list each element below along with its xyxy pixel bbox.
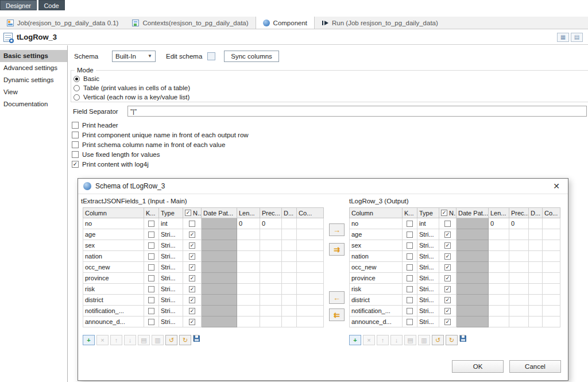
- output-remove-column-button[interactable]: ×: [363, 335, 375, 345]
- tab-job[interactable]: Job(resjson_to_pg_daily_data 0.1): [0, 17, 125, 29]
- checkbox-icon[interactable]: [444, 286, 451, 292]
- nullable-header[interactable]: N...: [439, 208, 457, 218]
- checkbox-icon[interactable]: [148, 253, 154, 260]
- checkbox-icon[interactable]: [407, 308, 413, 314]
- edit-schema-button[interactable]: [207, 52, 215, 60]
- sidebar-item-basic-settings[interactable]: Basic settings: [0, 50, 67, 62]
- checkbox-icon[interactable]: [189, 275, 195, 281]
- output-copy-button[interactable]: ▤: [404, 335, 416, 345]
- tab-run[interactable]: Run (Job resjson_to_pg_daily_data): [315, 17, 445, 29]
- checkbox-icon[interactable]: [189, 242, 195, 249]
- input-paste-button[interactable]: ▥: [152, 335, 164, 345]
- input-schema-row[interactable]: noint00: [83, 218, 324, 229]
- checkbox-icon[interactable]: [148, 242, 154, 249]
- default-header[interactable]: D...: [282, 208, 297, 218]
- tab-contexts[interactable]: Contexts(resjson_to_pg_daily_data): [125, 17, 255, 29]
- input-move-up-button[interactable]: ↑: [110, 335, 122, 345]
- input-schema-row[interactable]: nationStri...: [83, 251, 324, 262]
- flat-view-button[interactable]: ▤: [571, 33, 583, 42]
- checkbox-icon[interactable]: [444, 308, 451, 314]
- output-move-up-button[interactable]: ↑: [377, 335, 389, 345]
- input-schema-row[interactable]: sexStri...: [83, 240, 324, 251]
- sidebar-item-advanced-settings[interactable]: Advanced settings: [0, 62, 67, 74]
- sidebar-item-dynamic-settings[interactable]: Dynamic settings: [0, 74, 67, 86]
- input-copy-button[interactable]: ▤: [138, 335, 150, 345]
- field-separator-input[interactable]: [127, 106, 587, 117]
- checkbox-icon[interactable]: [148, 221, 154, 227]
- input-add-column-button[interactable]: +: [83, 335, 95, 345]
- print-option[interactable]: Print content with log4j: [72, 159, 249, 169]
- checkbox-icon[interactable]: [72, 161, 79, 168]
- radio-icon[interactable]: [74, 85, 80, 91]
- checkbox-icon[interactable]: [407, 242, 413, 249]
- output-export-schema-button[interactable]: ↻: [446, 335, 458, 345]
- radio-icon[interactable]: [74, 94, 80, 101]
- radio-icon[interactable]: [74, 76, 80, 82]
- checkbox-icon[interactable]: [72, 122, 79, 129]
- checkbox-icon[interactable]: [148, 319, 154, 325]
- checkbox-icon[interactable]: [407, 319, 413, 325]
- checkbox-icon[interactable]: [148, 275, 154, 281]
- tab-designer[interactable]: Designer: [0, 0, 37, 10]
- checkbox-icon[interactable]: [444, 253, 451, 260]
- checkbox-icon[interactable]: [444, 264, 451, 271]
- input-schema-row[interactable]: occ_newStri...: [83, 262, 324, 273]
- checkbox-icon[interactable]: [72, 132, 79, 138]
- checkbox-icon[interactable]: [148, 308, 154, 314]
- dialog-titlebar[interactable]: Schema of tLogRow_3 ✕: [78, 179, 568, 194]
- input-export-schema-button[interactable]: ↻: [179, 335, 191, 345]
- output-schema-row[interactable]: ageStri...: [350, 229, 560, 240]
- checkbox-icon[interactable]: [407, 275, 413, 281]
- cancel-button[interactable]: Cancel: [509, 360, 561, 373]
- type-header[interactable]: Type: [417, 208, 439, 218]
- print-option[interactable]: Print component unique name in front of …: [72, 130, 249, 140]
- input-schema-row[interactable]: ageStri...: [83, 229, 324, 240]
- checkbox-icon[interactable]: [189, 264, 195, 271]
- output-schema-row[interactable]: occ_newStri...: [350, 262, 560, 273]
- output-move-down-button[interactable]: ↓: [390, 335, 403, 345]
- checkbox-icon[interactable]: [189, 297, 195, 303]
- checkbox-icon[interactable]: [189, 231, 195, 238]
- tab-code[interactable]: Code: [38, 0, 64, 10]
- comment-header[interactable]: Co...: [297, 208, 324, 218]
- nullable-header[interactable]: N...: [183, 208, 202, 218]
- date-pattern-header[interactable]: Date Pat...: [202, 208, 237, 218]
- checkbox-icon[interactable]: [407, 297, 413, 303]
- checkbox-icon[interactable]: [444, 242, 451, 249]
- input-schema-row[interactable]: notification_...Stri...: [83, 306, 324, 317]
- schema-type-select[interactable]: Built-In ▼: [112, 51, 156, 62]
- type-header[interactable]: Type: [159, 208, 183, 218]
- output-paste-button[interactable]: ▥: [418, 335, 430, 345]
- date-pattern-header[interactable]: Date Pat...: [457, 208, 489, 218]
- checkbox-icon[interactable]: [72, 141, 79, 148]
- checkbox-icon[interactable]: [444, 319, 451, 325]
- output-schema-row[interactable]: provinceStri...: [350, 273, 560, 284]
- default-header[interactable]: D...: [529, 208, 543, 218]
- checkbox-icon[interactable]: [444, 275, 451, 281]
- sync-columns-button[interactable]: Sync columns: [224, 51, 279, 62]
- print-option[interactable]: Use fixed length for values: [72, 149, 249, 159]
- tab-component[interactable]: Component: [256, 17, 315, 29]
- input-schema-row[interactable]: announce_d...Stri...: [83, 317, 324, 327]
- grid-view-button[interactable]: ▦: [557, 33, 569, 42]
- copy-column-to-output-button[interactable]: →: [329, 223, 345, 236]
- checkbox-icon[interactable]: [189, 221, 195, 227]
- precision-header[interactable]: Prec...: [260, 208, 282, 218]
- checkbox-icon[interactable]: [189, 319, 195, 325]
- copy-all-columns-to-output-button[interactable]: ⇉: [329, 243, 345, 256]
- checkbox-icon[interactable]: [407, 221, 413, 227]
- checkbox-icon[interactable]: [407, 253, 413, 260]
- output-schema-row[interactable]: riskStri...: [350, 284, 560, 295]
- checkbox-icon[interactable]: [148, 231, 154, 238]
- length-header[interactable]: Len...: [489, 208, 509, 218]
- checkbox-icon[interactable]: [444, 231, 451, 238]
- checkbox-icon[interactable]: [407, 264, 413, 271]
- sidebar-item-view[interactable]: View: [0, 86, 67, 98]
- output-schema-row[interactable]: notification_...Stri...: [350, 306, 560, 317]
- mode-option[interactable]: Basic: [74, 74, 583, 83]
- print-option[interactable]: Print header: [72, 120, 249, 130]
- output-save-schema-button[interactable]: [459, 335, 466, 341]
- key-header[interactable]: K...: [403, 208, 417, 218]
- input-remove-column-button[interactable]: ×: [96, 335, 109, 345]
- column-header[interactable]: Column: [350, 208, 403, 218]
